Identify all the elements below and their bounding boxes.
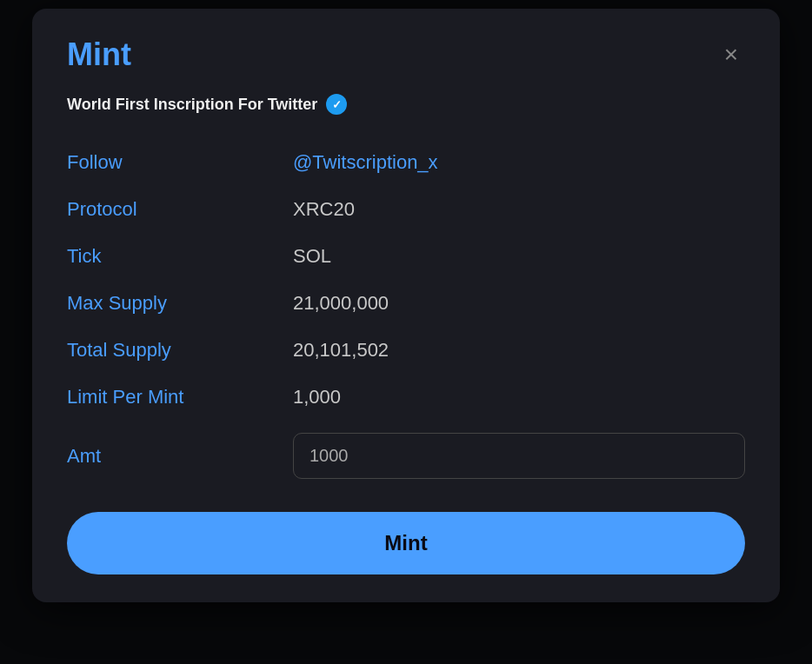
- total-supply-row: Total Supply 20,101,502: [67, 327, 745, 374]
- follow-link[interactable]: @Twitscription_x: [293, 151, 438, 174]
- limit-per-mint-value: 1,000: [293, 386, 341, 408]
- amt-input[interactable]: [293, 433, 745, 479]
- total-supply-label: Total Supply: [67, 339, 293, 362]
- mint-button[interactable]: Mint: [67, 512, 745, 574]
- max-supply-value: 21,000,000: [293, 292, 389, 315]
- mint-modal: Mint × World First Inscription For Twitt…: [32, 9, 780, 602]
- subtitle-text: World First Inscription For Twitter: [67, 96, 317, 114]
- subtitle-row: World First Inscription For Twitter ✓: [67, 94, 745, 115]
- follow-row: Follow @Twitscription_x: [67, 139, 745, 186]
- checkmark-icon: ✓: [332, 99, 342, 110]
- protocol-value: XRC20: [293, 198, 355, 221]
- total-supply-value: 20,101,502: [293, 339, 389, 362]
- tick-value: SOL: [293, 245, 331, 268]
- tick-row: Tick SOL: [67, 233, 745, 280]
- protocol-row: Protocol XRC20: [67, 186, 745, 233]
- modal-header: Mint ×: [67, 37, 745, 73]
- limit-per-mint-label: Limit Per Mint: [67, 386, 293, 408]
- limit-per-mint-row: Limit Per Mint 1,000: [67, 374, 745, 421]
- amt-label: Amt: [67, 445, 293, 468]
- verified-badge-icon: ✓: [326, 94, 347, 115]
- follow-label: Follow: [67, 151, 293, 174]
- max-supply-label: Max Supply: [67, 292, 293, 315]
- max-supply-row: Max Supply 21,000,000: [67, 280, 745, 327]
- modal-title: Mint: [67, 37, 131, 73]
- close-button[interactable]: ×: [717, 39, 745, 70]
- tick-label: Tick: [67, 245, 293, 268]
- protocol-label: Protocol: [67, 198, 293, 221]
- modal-backdrop: Mint × World First Inscription For Twitt…: [0, 0, 812, 664]
- amt-row: Amt: [67, 421, 745, 491]
